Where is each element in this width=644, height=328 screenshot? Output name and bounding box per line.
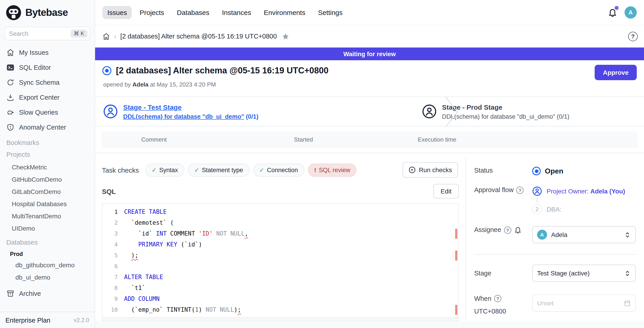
editor-horizontal-scrollbar[interactable]	[102, 317, 458, 321]
tab-environments[interactable]: Environments	[259, 6, 310, 19]
status-value: Open	[545, 167, 564, 175]
assignee-select[interactable]: A Adela	[532, 226, 636, 243]
code-line[interactable]: 10 (`emp_no` TINYINT(1) NOT NULL);	[102, 304, 458, 315]
stage-task-link: DDL(schema) for database "db_ui_demo"	[123, 113, 244, 120]
sidebar-item-my-issues[interactable]: My Issues	[0, 45, 95, 60]
stage-select[interactable]: Test Stage (active)	[532, 264, 636, 282]
approval-step-1: Project Owner: Adela (You)	[532, 186, 636, 196]
when-label: When	[474, 295, 492, 302]
check-pill-label: SQL review	[319, 166, 350, 173]
shield-icon	[6, 123, 14, 131]
line-number: 6	[102, 261, 118, 272]
sidebar-section-databases: Databases	[0, 235, 95, 249]
assignee-notify-icon[interactable]	[514, 226, 522, 234]
run-checks-button[interactable]: Run checks	[402, 162, 458, 178]
approve-button[interactable]: Approve	[595, 65, 637, 80]
search-shortcut: ⌘ K	[70, 30, 88, 38]
stage-task-link: DDL(schema) for database "db_ui_demo"	[442, 113, 555, 120]
code-line[interactable]: 8 `t1`	[102, 283, 458, 294]
code-line[interactable]: 2 `demotest` (	[102, 218, 458, 228]
tab-databases[interactable]: Databases	[172, 6, 214, 19]
approval-step-text[interactable]: Project Owner: Adela (You)	[547, 188, 625, 195]
calendar-icon[interactable]	[624, 300, 631, 307]
sidebar-project-item[interactable]: Hospital Databases	[0, 198, 95, 211]
code-line[interactable]: 3 `id` INT COMMENT 'ID' NOT NULL,	[102, 228, 458, 239]
sidebar-project-item[interactable]: CheckMetric	[0, 162, 95, 174]
star-icon[interactable]	[282, 32, 290, 40]
help-icon[interactable]: ?	[628, 32, 638, 41]
divider	[474, 254, 636, 254]
sidebar-projects: CheckMetricGitHubComDemoGitLabComDemoHos…	[0, 162, 95, 235]
stage-value: Test Stage (active)	[537, 270, 590, 277]
sidebar-item-sql-editor[interactable]: SQL Editor	[0, 60, 95, 75]
tab-settings[interactable]: Settings	[313, 6, 347, 19]
sidebar-database-item[interactable]: db_githubcom_demo	[0, 260, 95, 272]
search-input[interactable]	[9, 30, 70, 37]
top-tabs: IssuesProjectsDatabasesInstancesEnvironm…	[102, 6, 348, 19]
sql-label: SQL	[102, 187, 116, 195]
sidebar-item-archive[interactable]: Archive	[0, 286, 95, 301]
sidebar-item-slow-queries[interactable]: Slow Queries	[0, 105, 95, 120]
byline-prefix: opened by	[103, 81, 131, 88]
notifications-button[interactable]	[608, 8, 617, 17]
code-line[interactable]: 1CREATE TABLE	[102, 206, 458, 218]
error-marker	[455, 305, 458, 315]
sidebar-item-label: Archive	[19, 290, 41, 297]
edit-sql-button[interactable]: Edit	[434, 184, 459, 198]
code-text: ALTER TABLE	[124, 272, 163, 283]
home-icon[interactable]	[102, 32, 110, 40]
sidebar-project-item[interactable]: UIDemo	[0, 223, 95, 235]
check-pill-sql-review[interactable]: !SQL review	[308, 163, 357, 176]
code-text: ADD COLUMN	[124, 294, 160, 304]
stage-label: Stage	[474, 270, 492, 277]
code-text: );	[124, 250, 138, 261]
dba-role: DBA:	[547, 206, 561, 213]
when-help-icon[interactable]: ?	[494, 295, 501, 302]
check-pill-connection[interactable]: ✓Connection	[253, 163, 304, 176]
sidebar-item-sync-schema[interactable]: Sync Schema	[0, 75, 95, 90]
stage-card-1[interactable]: Stage - Test StageDDL(schema) for databa…	[95, 97, 325, 126]
tab-projects[interactable]: Projects	[135, 6, 169, 19]
play-circle-icon	[408, 166, 416, 174]
approval-help-icon[interactable]: ?	[516, 187, 524, 194]
check-icon: ✓	[152, 166, 156, 173]
status-label-text: Status	[474, 167, 493, 174]
assignee-help-icon[interactable]: ?	[504, 226, 511, 234]
sidebar-project-item[interactable]: GitHubComDemo	[0, 174, 95, 186]
code-line[interactable]: 9ADD COLUMN	[102, 294, 458, 304]
user-avatar[interactable]: A	[624, 6, 637, 18]
tab-instances[interactable]: Instances	[217, 6, 256, 19]
sql-header-row: SQL Edit	[102, 184, 459, 199]
sql-editor[interactable]: 1CREATE TABLE2 `demotest` (3 `id` INT CO…	[102, 204, 459, 321]
divider	[95, 153, 644, 153]
review-status-banner: Waiting for review	[95, 48, 644, 60]
code-line[interactable]: 6	[102, 261, 458, 272]
breadcrumb-current: [2 databases] Alter schema @05-15 16:19 …	[120, 32, 277, 40]
sidebar-item-anomaly-center[interactable]: Anomaly Center	[0, 120, 95, 134]
when-input[interactable]	[537, 300, 624, 307]
search-box[interactable]: ⌘ K	[4, 27, 90, 40]
code-line[interactable]: 4 PRIMARY KEY (`id`)	[102, 239, 458, 250]
sidebar-section-bookmarks: Bookmarks	[0, 134, 95, 148]
sidebar-database-item[interactable]: db_ui_demo	[0, 272, 95, 284]
check-pill-syntax[interactable]: ✓Syntax	[145, 163, 184, 176]
code-line[interactable]: 5 );	[102, 250, 458, 261]
code-line[interactable]: 7ALTER TABLE	[102, 272, 458, 283]
when-row: When ? UTC+0800	[474, 294, 636, 315]
sidebar-item-label: Anomaly Center	[19, 124, 66, 131]
sidebar-project-item[interactable]: MultiTenantDemo	[0, 211, 95, 223]
check-pill-statement-type[interactable]: ✓Statement type	[188, 163, 249, 176]
sidebar-project-item[interactable]: GitLabComDemo	[0, 186, 95, 198]
approval-step-2: 2 DBA:	[532, 204, 636, 214]
line-number: 5	[102, 250, 118, 261]
tab-issues[interactable]: Issues	[102, 6, 132, 19]
check-icon: ✓	[259, 166, 264, 173]
issue-open-icon	[102, 66, 112, 75]
when-datetime-field[interactable]	[532, 294, 636, 312]
line-number: 8	[102, 283, 118, 294]
sidebar-item-export-center[interactable]: Export Center	[0, 90, 95, 105]
plan-row: Enterprise Plan v2.2.0	[0, 312, 95, 328]
step-number: 2	[532, 204, 542, 214]
logo[interactable]: Bytebase	[0, 0, 95, 25]
line-number: 10	[102, 304, 118, 315]
